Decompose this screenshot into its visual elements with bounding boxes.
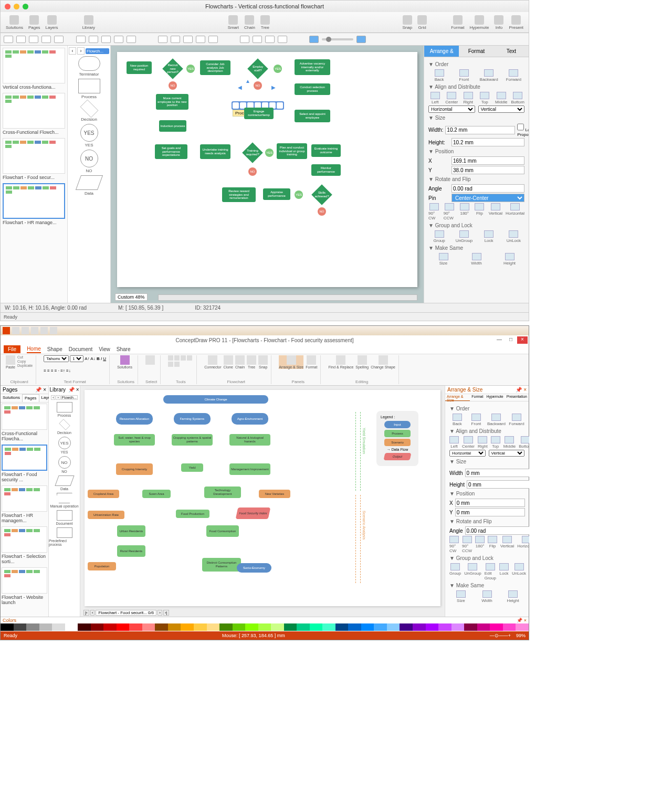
rb-spelling[interactable]: Spelling <box>355 355 369 369</box>
color-swatch[interactable] <box>284 623 297 631</box>
flow-node[interactable]: Advertise vacancy internally and/or exte… <box>295 59 330 75</box>
tab-last[interactable]: ›| <box>163 610 169 616</box>
color-swatch[interactable] <box>207 623 220 631</box>
btn-vertical[interactable]: Vertical <box>500 536 514 553</box>
tool-icon[interactable] <box>181 355 186 361</box>
color-swatch[interactable] <box>374 623 387 631</box>
color-swatch[interactable] <box>348 623 361 631</box>
undo-btn[interactable] <box>158 36 167 43</box>
flow-node[interactable]: Recruit new person? <box>162 58 183 79</box>
tb-smart[interactable]: Smart <box>226 14 241 31</box>
btn-editgroup[interactable]: Edit Group <box>485 563 496 580</box>
rtab-format[interactable]: Format <box>470 394 485 401</box>
flow-node[interactable]: Evaluate training outcome <box>311 144 341 157</box>
mini-tool[interactable] <box>233 102 239 109</box>
flow-node[interactable]: Employ staff? <box>247 58 268 79</box>
color-swatch[interactable] <box>503 623 516 631</box>
view-tab[interactable]: View <box>99 346 110 352</box>
btn-width[interactable]: Width <box>476 590 499 603</box>
preview-icon[interactable] <box>50 327 57 334</box>
panel-pin[interactable]: 📌 × <box>516 387 527 393</box>
print-icon[interactable] <box>40 327 48 334</box>
flow-node[interactable]: Set goals and performance expectations <box>155 144 187 159</box>
btn-width[interactable]: Width <box>461 253 491 266</box>
color-swatch[interactable] <box>219 623 233 631</box>
btn-left[interactable]: Left <box>428 92 442 104</box>
tool-icon[interactable] <box>174 362 180 367</box>
btn-forward[interactable]: Forward <box>503 69 524 82</box>
flow-node[interactable]: Cropping Intensity <box>116 463 153 475</box>
rb-arrangesize[interactable]: Arrange & Size <box>279 355 303 369</box>
group-btn[interactable] <box>183 36 193 43</box>
color-swatch[interactable] <box>103 623 117 631</box>
wa-input[interactable] <box>465 526 529 535</box>
lib-back[interactable]: ‹ <box>51 395 55 400</box>
color-swatch[interactable] <box>452 623 465 631</box>
btn-90cw[interactable]: 90° CW <box>449 536 459 553</box>
tb-library[interactable]: Library <box>80 14 97 31</box>
win-page-thumb[interactable] <box>2 445 47 471</box>
win-page-thumb[interactable] <box>2 567 47 594</box>
color-swatch[interactable] <box>477 623 490 631</box>
zoom-icon[interactable] <box>23 4 28 9</box>
lib-fwd[interactable]: › <box>56 395 60 400</box>
flow-node[interactable]: Farming Systems <box>174 413 211 425</box>
win-page-thumb[interactable] <box>2 404 47 430</box>
btn-center[interactable]: Center <box>462 436 475 449</box>
flow-node[interactable]: Food Security Index <box>236 507 271 519</box>
flow-node[interactable]: Cropping systems & spatial patterns <box>172 434 213 446</box>
lib-pin[interactable]: 📌 × <box>68 387 79 393</box>
color-swatch[interactable] <box>322 623 335 631</box>
minimize-icon[interactable] <box>14 4 19 9</box>
h-scrollbar[interactable] <box>158 294 417 301</box>
tab-next[interactable]: › <box>158 610 162 616</box>
tool-icon[interactable] <box>187 355 192 361</box>
color-swatch[interactable] <box>438 623 452 631</box>
color-swatch[interactable] <box>387 623 400 631</box>
flow-node[interactable]: Urbanization Rate <box>88 511 124 519</box>
page-thumb[interactable] <box>3 138 65 174</box>
solutions-btn[interactable]: Solutions <box>117 355 132 369</box>
btn-backward[interactable]: Backward <box>478 69 500 82</box>
color-swatch[interactable] <box>181 623 194 631</box>
pin-select[interactable]: Center-Center <box>452 194 524 202</box>
color-swatch[interactable] <box>464 623 477 631</box>
eyedropper-tool[interactable] <box>265 36 275 43</box>
save-icon[interactable] <box>12 327 19 334</box>
width-input[interactable] <box>445 126 515 134</box>
maximize-btn[interactable]: □ <box>506 336 516 344</box>
flow-node[interactable]: Socio-Economy <box>237 563 271 573</box>
color-swatch[interactable] <box>129 623 142 631</box>
color-swatch[interactable] <box>335 623 349 631</box>
color-swatch[interactable] <box>39 623 52 631</box>
tab-arrange[interactable]: Arrange & Size <box>424 46 459 57</box>
btn-middle[interactable]: Middle <box>495 92 508 104</box>
color-swatch[interactable] <box>310 623 323 631</box>
ellipse-tool[interactable] <box>41 36 51 43</box>
dup-btn[interactable]: Duplicate <box>17 364 33 367</box>
color-swatch[interactable] <box>1 623 14 631</box>
line-tool[interactable] <box>54 36 64 43</box>
tool-icon[interactable] <box>168 362 173 367</box>
rtab-arrange[interactable]: Arrange & Size <box>445 394 470 401</box>
btn-right[interactable]: Right <box>461 92 475 104</box>
rb-changeshape[interactable]: Change Shape <box>371 355 395 369</box>
btn-front[interactable]: Front <box>468 414 484 426</box>
flow-node[interactable]: Climate Change <box>163 395 268 404</box>
tb-grid[interactable]: Grid <box>415 14 429 31</box>
flow-node[interactable]: Cropland Area <box>88 490 119 498</box>
btn-90ccw[interactable]: 90° CCW <box>444 203 456 220</box>
color-swatch[interactable] <box>413 623 426 631</box>
undo-icon[interactable] <box>22 327 29 334</box>
document-tab[interactable]: Document <box>69 346 93 352</box>
btn-90ccw[interactable]: 90° CCW <box>462 536 472 553</box>
flow-node[interactable]: Distinct Consumption Patterns <box>202 558 241 572</box>
rtab-presentation[interactable]: Presentation <box>505 394 529 401</box>
handle-up[interactable]: ▲ <box>245 78 250 84</box>
btn-right[interactable]: Right <box>478 436 488 449</box>
btn-height[interactable]: Height <box>495 253 524 266</box>
tab-text[interactable]: Text <box>494 46 529 57</box>
shape-terminator[interactable]: Terminator <box>78 56 100 77</box>
page-thumb[interactable] <box>3 93 65 129</box>
angle-input[interactable] <box>452 184 524 193</box>
